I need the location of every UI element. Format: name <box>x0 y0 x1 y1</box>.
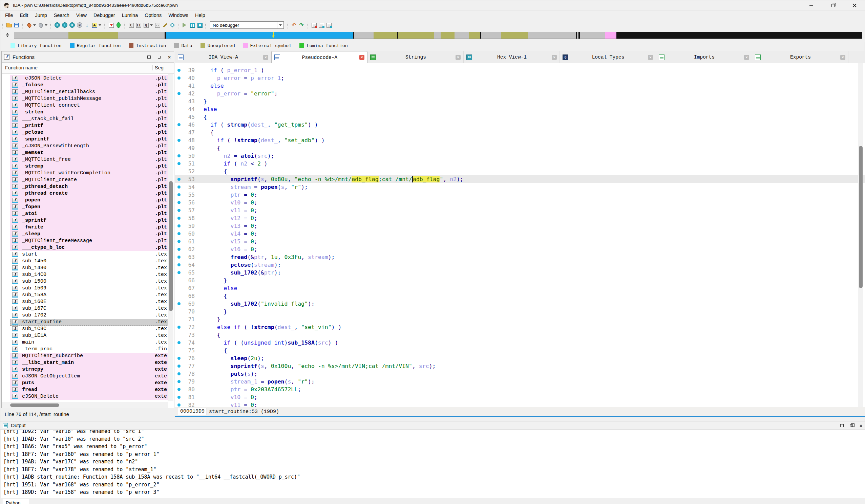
menu-help[interactable]: Help <box>192 11 209 19</box>
function-row[interactable]: f_pthread_detach.plt <box>2 184 168 190</box>
code-text[interactable]: } <box>204 97 207 105</box>
pseudocode-line[interactable]: 67 else <box>175 284 865 292</box>
pseudocode-line[interactable]: 64 pclose(stream); <box>175 261 865 269</box>
function-row[interactable]: fMQTTClient_subscribeextern <box>2 353 168 360</box>
breakpoint-dot[interactable] <box>177 256 181 259</box>
function-row[interactable]: fputsextern <box>2 380 168 387</box>
function-row[interactable]: f___ctype_b_loc.plt <box>2 244 168 251</box>
column-function-name[interactable]: Function name <box>5 65 38 70</box>
pseudocode-line[interactable]: 60 v14 = 0; <box>175 230 865 238</box>
pseudocode-line[interactable]: 74 if ( (unsigned int)sub_158A(src) ) <box>175 339 865 347</box>
pseudocode-line[interactable]: 57 v11 = 0; <box>175 207 865 214</box>
breakpoint-dot[interactable] <box>177 365 181 367</box>
code-text[interactable]: stream_1 = popen(s, "r"); <box>204 378 315 386</box>
menu-file[interactable]: File <box>2 11 16 19</box>
tab-close-icon[interactable]: × <box>552 55 557 60</box>
function-row[interactable]: ffreadextern <box>2 387 168 393</box>
nav-forward-dropdown-icon[interactable] <box>44 22 48 28</box>
code-text[interactable]: ptr = 0; <box>204 191 257 199</box>
function-row[interactable]: f_sprintf.plt <box>2 217 168 224</box>
breakpoint-dot[interactable] <box>177 224 181 227</box>
tab-close-icon[interactable]: × <box>744 55 749 60</box>
enums-list-icon[interactable] <box>325 22 332 28</box>
code-text[interactable]: { <box>204 113 207 121</box>
breakpoint-dot[interactable] <box>177 302 181 305</box>
tab-imports[interactable]: Imports× <box>656 51 752 63</box>
pseudocode-line[interactable]: 69 sub_1702("invalid_flag"); <box>175 300 865 308</box>
function-row[interactable]: fcJSON_GetObjectItemextern <box>2 373 168 380</box>
structures-window-icon[interactable]: ▣ <box>76 22 83 28</box>
pseudocode-line[interactable]: 71 } <box>175 315 865 323</box>
nav-back-dropdown-icon[interactable] <box>33 22 36 28</box>
function-row[interactable]: f_cJSON_ParseWithLength.plt <box>2 143 168 150</box>
function-row[interactable]: fsub_1702.text <box>2 312 168 319</box>
save-icon[interactable] <box>13 22 20 28</box>
pseudocode-line[interactable]: 76 sleep(2u); <box>175 354 865 362</box>
function-row[interactable]: fstart.text <box>2 251 168 258</box>
pseudocode-line[interactable]: 49 { <box>175 144 865 152</box>
breakpoint-dot[interactable] <box>177 209 181 212</box>
structs-list-icon[interactable] <box>318 22 325 28</box>
tab-hex-view-1[interactable]: 10Hex View-1× <box>464 51 560 63</box>
pseudocode-line[interactable]: 58 v12 = 0; <box>175 214 865 222</box>
code-text[interactable]: { <box>204 347 227 354</box>
function-row[interactable]: f_pclose.plt <box>2 129 168 136</box>
code-text[interactable]: v15 = 0; <box>204 238 257 245</box>
jump-address-icon[interactable]: ↓ <box>84 22 90 28</box>
function-row[interactable]: f_fwrite.plt <box>2 224 168 231</box>
pseudocode-line[interactable]: 41 else <box>175 82 865 90</box>
pseudocode-line[interactable]: 63 fread(&ptr, 1u, 0x3Fu, stream); <box>175 253 865 261</box>
tab-pseudocode-a[interactable]: Pseudocode-A× <box>271 51 368 63</box>
code-text[interactable]: snprintf(s, 0x100u, "echo -n %s>/mnt/VIN… <box>204 362 436 370</box>
function-row[interactable]: f_MQTTClient_publishMessage.plt <box>2 95 168 102</box>
function-row[interactable]: f_strcmp.plt <box>2 163 168 170</box>
pseudocode-line[interactable]: 78 puts(s); <box>175 370 865 378</box>
function-row[interactable]: f_MQTTClient_setCallbacks.plt <box>2 89 168 95</box>
output-log[interactable]: [hrt] 1D92: Var "var18" was renamed to "… <box>1 430 865 498</box>
stop-process-icon[interactable] <box>196 22 203 28</box>
band-zoom-buttons[interactable] <box>3 32 12 39</box>
function-attrs-icon[interactable]: Q <box>142 22 149 28</box>
panel-close-icon[interactable]: × <box>167 55 172 60</box>
pseudocode-line[interactable]: 53 snprintf(s, 0x80u, "echo -n %d>/mnt/a… <box>175 175 865 183</box>
pseudocode-line[interactable]: 68 { <box>175 292 865 300</box>
edit-function-icon[interactable]: II <box>135 22 142 28</box>
breakpoint-dot[interactable] <box>177 139 181 142</box>
output-window-icon[interactable] <box>311 22 318 28</box>
tab-close-icon[interactable]: × <box>840 55 845 60</box>
names-window-icon[interactable]: A <box>91 22 98 28</box>
start-process-icon[interactable] <box>182 22 188 28</box>
function-row[interactable]: fsub_160E.text <box>2 298 168 305</box>
code-text[interactable]: snprintf(s, 0x80u, "echo -n %d>/mnt/adb_… <box>204 175 463 183</box>
function-row[interactable]: f_MQTTClient_create.plt <box>2 177 168 184</box>
column-segment[interactable]: Seg <box>152 65 164 70</box>
code-text[interactable]: else if ( !strcmp(dest_, "set_vin") ) <box>204 323 342 331</box>
tab-close-icon[interactable]: × <box>455 55 461 60</box>
redo-icon[interactable]: ↷ <box>298 22 305 28</box>
code-text[interactable]: { <box>204 129 214 137</box>
code-text[interactable]: else <box>204 82 224 90</box>
code-text[interactable]: v12 = 0; <box>204 214 257 222</box>
hex-window-icon[interactable]: ≡ <box>69 22 76 28</box>
function-row[interactable]: f_fopen.plt <box>2 204 168 211</box>
function-row[interactable]: fsub_167C.text <box>2 305 168 312</box>
function-row[interactable]: f_printf.plt <box>2 122 168 129</box>
breakpoint-dot[interactable] <box>177 326 181 329</box>
panel-maximize-icon[interactable] <box>147 55 151 60</box>
debugger-select[interactable]: No debugger <box>210 21 284 29</box>
tab-close-icon[interactable]: × <box>263 55 268 60</box>
code-text[interactable]: v13 = 0; <box>204 222 257 230</box>
code-text[interactable]: else <box>204 105 217 113</box>
breakpoint-dot[interactable] <box>177 341 181 344</box>
tab-exports[interactable]: Exports× <box>752 51 849 63</box>
code-text[interactable]: stream = popen(s, "r"); <box>204 183 308 191</box>
code-text[interactable]: ptr = 0x203A746572LL; <box>204 386 301 393</box>
color-instruction-icon[interactable] <box>108 22 115 28</box>
pseudocode-line[interactable]: 47 { <box>175 129 865 137</box>
output-float-icon[interactable] <box>849 423 854 428</box>
breakpoint-dot[interactable] <box>177 123 181 126</box>
breakpoint-dot[interactable] <box>177 154 181 157</box>
breakpoint-dot[interactable] <box>177 380 181 383</box>
function-row[interactable]: fstrncpyextern <box>2 366 168 373</box>
menu-view[interactable]: View <box>73 11 90 19</box>
